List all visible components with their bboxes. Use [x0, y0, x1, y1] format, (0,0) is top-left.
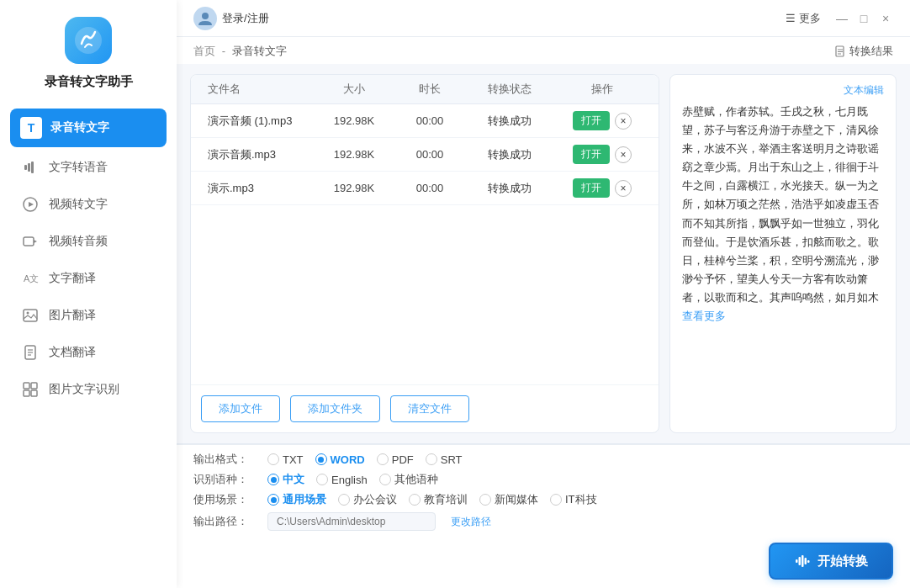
- scene-general-radio-inner: [271, 497, 277, 503]
- add-file-button[interactable]: 添加文件: [201, 395, 280, 422]
- format-pdf-label: PDF: [392, 453, 414, 466]
- path-option-row: 输出路径： 更改路径: [193, 512, 893, 531]
- preview-panel: 文本编辑 赤壁赋，作者苏轼。壬戌之秋，七月既望，苏子与客泛舟游于赤壁之下，清风徐…: [669, 74, 897, 433]
- lang-chinese-radio-inner: [271, 477, 277, 483]
- sidebar-item-video-to-text[interactable]: 视频转文字: [0, 186, 177, 223]
- remove-file-button[interactable]: ×: [615, 113, 632, 130]
- scene-it-label: IT科技: [565, 492, 597, 507]
- file-name-cell: 演示音频.mp3: [201, 147, 312, 162]
- language-option-row: 识别语种： 中文 English: [193, 472, 893, 487]
- remove-file-button[interactable]: ×: [615, 180, 632, 197]
- scene-education[interactable]: 教育培训: [409, 492, 468, 507]
- file-panel: 文件名 大小 时长 转换状态 操作 演示音频 (1).mp3 192.98K 0…: [190, 74, 659, 433]
- clear-files-button[interactable]: 清空文件: [390, 395, 469, 422]
- video-to-audio-icon: [20, 231, 40, 252]
- svg-point-0: [75, 27, 102, 54]
- open-file-button[interactable]: 打开: [573, 145, 610, 164]
- col-actions: 操作: [556, 82, 648, 97]
- sidebar-item-audio-to-text[interactable]: T 录音转文字: [10, 109, 167, 147]
- scene-education-radio: [409, 494, 421, 506]
- scene-news-label: 新闻媒体: [495, 492, 538, 507]
- open-file-button[interactable]: 打开: [573, 178, 610, 198]
- bottom-options: 输出格式： TXT WORD: [177, 444, 910, 536]
- remove-file-button[interactable]: ×: [615, 146, 632, 163]
- sidebar-item-audio-to-text-label: 录音转文字: [50, 120, 109, 135]
- sidebar-item-image-ocr[interactable]: 图片文字识别: [0, 371, 177, 408]
- close-button[interactable]: ×: [878, 11, 893, 26]
- sidebar-item-text-to-audio[interactable]: 文字转语音: [0, 149, 177, 186]
- user-area[interactable]: 登录/注册: [193, 7, 269, 30]
- format-txt-label: TXT: [283, 453, 304, 466]
- scene-general[interactable]: 通用场景: [267, 492, 326, 507]
- start-convert-button[interactable]: 开始转换: [769, 543, 893, 580]
- more-label: 更多: [799, 11, 821, 26]
- svg-rect-18: [31, 390, 37, 396]
- sidebar-item-image-ocr-label: 图片文字识别: [49, 382, 119, 397]
- scene-option-row: 使用场景： 通用场景 办公会议 教育培训: [193, 492, 893, 507]
- svg-rect-16: [31, 383, 37, 389]
- open-file-button[interactable]: 打开: [573, 111, 610, 130]
- svg-rect-6: [24, 237, 34, 246]
- format-word-label: WORD: [331, 453, 365, 466]
- lang-chinese[interactable]: 中文: [267, 472, 304, 487]
- minimize-button[interactable]: —: [834, 11, 849, 26]
- format-srt-label: SRT: [441, 453, 463, 466]
- lang-english[interactable]: English: [316, 474, 368, 486]
- format-pdf[interactable]: PDF: [377, 453, 414, 466]
- convert-result-button[interactable]: 转换结果: [834, 44, 893, 59]
- language-radio-group: 中文 English 其他语种: [267, 472, 438, 487]
- format-txt[interactable]: TXT: [267, 453, 304, 466]
- more-button[interactable]: ☰ 更多: [786, 11, 821, 26]
- svg-rect-17: [24, 390, 29, 396]
- svg-text:A文: A文: [24, 273, 39, 283]
- svg-rect-1: [24, 165, 27, 170]
- table-row: 演示音频 (1).mp3 192.98K 00:00 转换成功 打开 ×: [191, 104, 659, 138]
- sidebar-item-video-to-audio[interactable]: 视频转音频: [0, 223, 177, 260]
- menu-icon: ☰: [786, 12, 796, 24]
- sidebar-nav: T 录音转文字 文字转语音 视频转文字 视频转音频 A文 文字翻译: [0, 107, 177, 408]
- path-input[interactable]: [267, 512, 436, 531]
- scene-office-radio: [338, 494, 350, 506]
- sidebar-item-doc-translate[interactable]: 文档翻译: [0, 334, 177, 371]
- sidebar-item-image-translate[interactable]: 图片翻译: [0, 297, 177, 334]
- col-duration: 时长: [396, 82, 463, 97]
- content-header: 首页 - 录音转文字 转换结果: [177, 37, 910, 64]
- text-translate-icon: A文: [20, 268, 40, 289]
- file-actions-cell: 打开 ×: [556, 145, 648, 164]
- preview-text-content: 赤壁赋，作者苏轼。壬戌之秋，七月既望，苏子与客泛舟游于赤壁之下，清风徐来，水波不…: [682, 105, 879, 304]
- svg-rect-27: [805, 558, 807, 564]
- format-word[interactable]: WORD: [315, 453, 365, 466]
- lang-english-label: English: [331, 474, 368, 486]
- breadcrumb: 首页 - 录音转文字: [193, 44, 287, 59]
- sidebar-item-video-to-audio-label: 视频转音频: [49, 234, 108, 249]
- path-label: 输出路径：: [193, 514, 252, 529]
- col-size: 大小: [312, 82, 396, 97]
- table-header: 文件名 大小 时长 转换状态 操作: [191, 75, 659, 104]
- lang-other[interactable]: 其他语种: [379, 472, 438, 487]
- window-controls: — □ ×: [834, 11, 893, 26]
- preview-more-button[interactable]: 查看更多: [682, 310, 726, 322]
- file-status-cell: 转换成功: [463, 181, 556, 196]
- scene-it[interactable]: IT科技: [550, 492, 597, 507]
- add-folder-button[interactable]: 添加文件夹: [290, 395, 380, 422]
- format-word-radio: [315, 453, 327, 465]
- scene-office[interactable]: 办公会议: [338, 492, 397, 507]
- maximize-button[interactable]: □: [856, 11, 871, 26]
- format-option-row: 输出格式： TXT WORD: [193, 452, 893, 467]
- sidebar-item-text-translate[interactable]: A文 文字翻译: [0, 260, 177, 297]
- titlebar: 登录/注册 ☰ 更多 — □ ×: [177, 0, 910, 37]
- scene-radio-group: 通用场景 办公会议 教育培训 新闻媒体: [267, 492, 597, 507]
- format-srt[interactable]: SRT: [426, 453, 463, 466]
- main-content: 登录/注册 ☰ 更多 — □ × 首页 - 录音转文字 转换结果: [177, 0, 910, 588]
- svg-rect-3: [31, 162, 34, 173]
- change-path-button[interactable]: 更改路径: [451, 515, 491, 529]
- file-icon: [834, 45, 846, 57]
- table-row: 演示.mp3 192.98K 00:00 转换成功 打开 ×: [191, 172, 659, 205]
- text-edit-button[interactable]: 文本编辑: [682, 83, 884, 98]
- file-name-cell: 演示.mp3: [201, 181, 312, 196]
- col-filename: 文件名: [201, 82, 312, 97]
- file-duration-cell: 00:00: [396, 148, 463, 161]
- file-name-cell: 演示音频 (1).mp3: [201, 114, 312, 129]
- scene-news[interactable]: 新闻媒体: [479, 492, 538, 507]
- scene-general-label: 通用场景: [283, 492, 326, 507]
